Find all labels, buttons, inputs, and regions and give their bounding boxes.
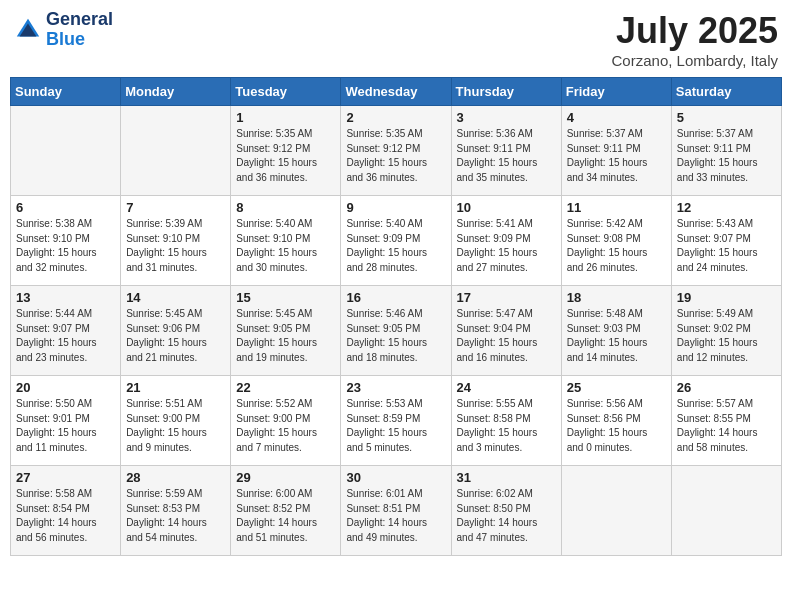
day-number: 23 [346,380,445,395]
calendar-cell: 17Sunrise: 5:47 AM Sunset: 9:04 PM Dayli… [451,286,561,376]
day-number: 19 [677,290,776,305]
day-number: 22 [236,380,335,395]
page-header: General Blue July 2025 Corzano, Lombardy… [10,10,782,69]
day-number: 18 [567,290,666,305]
day-info: Sunrise: 5:37 AM Sunset: 9:11 PM Dayligh… [677,127,776,185]
day-number: 17 [457,290,556,305]
day-number: 3 [457,110,556,125]
calendar-header: SundayMondayTuesdayWednesdayThursdayFrid… [11,78,782,106]
day-number: 21 [126,380,225,395]
day-info: Sunrise: 5:56 AM Sunset: 8:56 PM Dayligh… [567,397,666,455]
calendar-cell [11,106,121,196]
day-number: 11 [567,200,666,215]
day-number: 1 [236,110,335,125]
day-info: Sunrise: 5:58 AM Sunset: 8:54 PM Dayligh… [16,487,115,545]
calendar-cell: 26Sunrise: 5:57 AM Sunset: 8:55 PM Dayli… [671,376,781,466]
week-row-4: 20Sunrise: 5:50 AM Sunset: 9:01 PM Dayli… [11,376,782,466]
day-info: Sunrise: 5:53 AM Sunset: 8:59 PM Dayligh… [346,397,445,455]
calendar-title: July 2025 [612,10,778,52]
day-number: 29 [236,470,335,485]
day-number: 31 [457,470,556,485]
day-info: Sunrise: 5:41 AM Sunset: 9:09 PM Dayligh… [457,217,556,275]
col-header-sunday: Sunday [11,78,121,106]
day-number: 2 [346,110,445,125]
day-number: 9 [346,200,445,215]
day-info: Sunrise: 5:57 AM Sunset: 8:55 PM Dayligh… [677,397,776,455]
calendar-cell [121,106,231,196]
day-number: 26 [677,380,776,395]
day-info: Sunrise: 5:49 AM Sunset: 9:02 PM Dayligh… [677,307,776,365]
col-header-saturday: Saturday [671,78,781,106]
calendar-cell: 27Sunrise: 5:58 AM Sunset: 8:54 PM Dayli… [11,466,121,556]
calendar-body: 1Sunrise: 5:35 AM Sunset: 9:12 PM Daylig… [11,106,782,556]
calendar-cell: 31Sunrise: 6:02 AM Sunset: 8:50 PM Dayli… [451,466,561,556]
day-number: 6 [16,200,115,215]
day-number: 27 [16,470,115,485]
week-row-5: 27Sunrise: 5:58 AM Sunset: 8:54 PM Dayli… [11,466,782,556]
calendar-cell: 20Sunrise: 5:50 AM Sunset: 9:01 PM Dayli… [11,376,121,466]
day-info: Sunrise: 5:52 AM Sunset: 9:00 PM Dayligh… [236,397,335,455]
day-number: 10 [457,200,556,215]
calendar-cell: 8Sunrise: 5:40 AM Sunset: 9:10 PM Daylig… [231,196,341,286]
calendar-cell [671,466,781,556]
day-number: 14 [126,290,225,305]
calendar-cell: 10Sunrise: 5:41 AM Sunset: 9:09 PM Dayli… [451,196,561,286]
day-number: 8 [236,200,335,215]
day-number: 5 [677,110,776,125]
logo: General Blue [14,10,113,50]
day-info: Sunrise: 5:45 AM Sunset: 9:06 PM Dayligh… [126,307,225,365]
calendar-table: SundayMondayTuesdayWednesdayThursdayFrid… [10,77,782,556]
calendar-subtitle: Corzano, Lombardy, Italy [612,52,778,69]
day-info: Sunrise: 5:46 AM Sunset: 9:05 PM Dayligh… [346,307,445,365]
calendar-cell: 30Sunrise: 6:01 AM Sunset: 8:51 PM Dayli… [341,466,451,556]
calendar-cell: 12Sunrise: 5:43 AM Sunset: 9:07 PM Dayli… [671,196,781,286]
calendar-cell: 13Sunrise: 5:44 AM Sunset: 9:07 PM Dayli… [11,286,121,376]
day-number: 15 [236,290,335,305]
day-info: Sunrise: 5:55 AM Sunset: 8:58 PM Dayligh… [457,397,556,455]
header-row: SundayMondayTuesdayWednesdayThursdayFrid… [11,78,782,106]
calendar-cell: 4Sunrise: 5:37 AM Sunset: 9:11 PM Daylig… [561,106,671,196]
calendar-cell: 25Sunrise: 5:56 AM Sunset: 8:56 PM Dayli… [561,376,671,466]
logo-icon [14,16,42,44]
day-info: Sunrise: 5:50 AM Sunset: 9:01 PM Dayligh… [16,397,115,455]
day-info: Sunrise: 5:40 AM Sunset: 9:10 PM Dayligh… [236,217,335,275]
calendar-cell: 11Sunrise: 5:42 AM Sunset: 9:08 PM Dayli… [561,196,671,286]
day-info: Sunrise: 6:02 AM Sunset: 8:50 PM Dayligh… [457,487,556,545]
day-info: Sunrise: 5:48 AM Sunset: 9:03 PM Dayligh… [567,307,666,365]
col-header-friday: Friday [561,78,671,106]
day-number: 4 [567,110,666,125]
week-row-2: 6Sunrise: 5:38 AM Sunset: 9:10 PM Daylig… [11,196,782,286]
day-number: 13 [16,290,115,305]
day-info: Sunrise: 5:39 AM Sunset: 9:10 PM Dayligh… [126,217,225,275]
calendar-cell: 15Sunrise: 5:45 AM Sunset: 9:05 PM Dayli… [231,286,341,376]
calendar-cell: 18Sunrise: 5:48 AM Sunset: 9:03 PM Dayli… [561,286,671,376]
calendar-cell: 3Sunrise: 5:36 AM Sunset: 9:11 PM Daylig… [451,106,561,196]
logo-line1: General [46,10,113,30]
calendar-cell: 19Sunrise: 5:49 AM Sunset: 9:02 PM Dayli… [671,286,781,376]
day-number: 7 [126,200,225,215]
day-info: Sunrise: 5:35 AM Sunset: 9:12 PM Dayligh… [346,127,445,185]
title-block: July 2025 Corzano, Lombardy, Italy [612,10,778,69]
calendar-cell: 14Sunrise: 5:45 AM Sunset: 9:06 PM Dayli… [121,286,231,376]
day-info: Sunrise: 5:47 AM Sunset: 9:04 PM Dayligh… [457,307,556,365]
day-number: 24 [457,380,556,395]
calendar-cell: 29Sunrise: 6:00 AM Sunset: 8:52 PM Dayli… [231,466,341,556]
day-number: 25 [567,380,666,395]
day-number: 12 [677,200,776,215]
day-info: Sunrise: 5:38 AM Sunset: 9:10 PM Dayligh… [16,217,115,275]
day-info: Sunrise: 5:51 AM Sunset: 9:00 PM Dayligh… [126,397,225,455]
calendar-cell: 28Sunrise: 5:59 AM Sunset: 8:53 PM Dayli… [121,466,231,556]
day-info: Sunrise: 5:42 AM Sunset: 9:08 PM Dayligh… [567,217,666,275]
day-info: Sunrise: 5:43 AM Sunset: 9:07 PM Dayligh… [677,217,776,275]
calendar-cell: 6Sunrise: 5:38 AM Sunset: 9:10 PM Daylig… [11,196,121,286]
day-number: 20 [16,380,115,395]
col-header-tuesday: Tuesday [231,78,341,106]
calendar-cell: 1Sunrise: 5:35 AM Sunset: 9:12 PM Daylig… [231,106,341,196]
calendar-cell: 23Sunrise: 5:53 AM Sunset: 8:59 PM Dayli… [341,376,451,466]
logo-line2: Blue [46,30,113,50]
week-row-3: 13Sunrise: 5:44 AM Sunset: 9:07 PM Dayli… [11,286,782,376]
calendar-cell: 2Sunrise: 5:35 AM Sunset: 9:12 PM Daylig… [341,106,451,196]
day-number: 30 [346,470,445,485]
calendar-cell: 9Sunrise: 5:40 AM Sunset: 9:09 PM Daylig… [341,196,451,286]
day-info: Sunrise: 5:45 AM Sunset: 9:05 PM Dayligh… [236,307,335,365]
